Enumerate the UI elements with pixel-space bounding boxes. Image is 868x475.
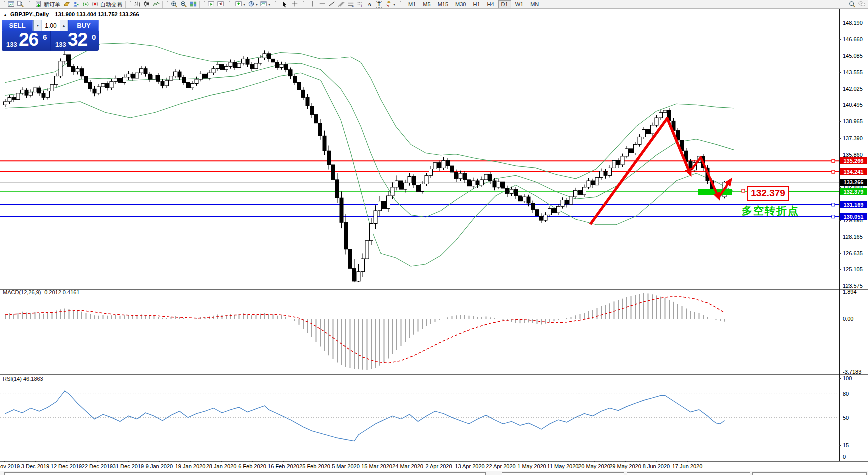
rsi-tick: 80: [843, 391, 849, 397]
bid-price-button[interactable]: 133 26 6: [2, 31, 50, 51]
date-tick[interactable]: 20 May 2020: [578, 463, 610, 469]
date-tick[interactable]: 22 Dec 2019: [82, 463, 113, 469]
date-tick[interactable]: 3 Dec 2019: [21, 463, 49, 469]
volume-input[interactable]: 1.00: [42, 20, 60, 31]
macd-signal-line: [5, 297, 725, 363]
taskbar-segment[interactable]: [502, 472, 624, 475]
rsi-label: RSI(14) 46.1863: [3, 376, 43, 382]
macd-label: MACD(12,26,9) -0.2012 0.4161: [3, 289, 80, 295]
ask-price-big: 32: [68, 29, 87, 50]
price-tick: 125.105: [843, 266, 863, 272]
volume-stepper: ▼ 1.00 ▲: [33, 20, 68, 31]
price-callout-text: 132.379: [751, 188, 785, 199]
date-tick[interactable]: 28 Jan 2020: [206, 463, 237, 469]
price-tick: 123.575: [843, 283, 863, 289]
price-tick: 126.635: [843, 250, 863, 256]
callout-anchor: [742, 189, 745, 192]
ask-price-button[interactable]: 133 32 0: [51, 31, 99, 51]
date-tick[interactable]: 29 May 2020: [609, 463, 641, 469]
price-tick: 142.025: [843, 86, 863, 92]
macd-rsi-separator[interactable]: [0, 374, 868, 376]
macd-histogram: [5, 293, 725, 370]
date-tick[interactable]: 22 Apr 2020: [486, 463, 515, 469]
rsi-tick: 50: [843, 415, 849, 421]
date-tick[interactable]: 9 Jan 2020: [146, 463, 173, 469]
price-badge-131.169: 131.169: [840, 201, 867, 208]
rsi-tick: 0: [843, 454, 846, 460]
price-tick: 145.085: [843, 53, 863, 59]
main-macd-separator[interactable]: [0, 288, 868, 290]
turning-point-note[interactable]: 多空转折点: [742, 204, 799, 218]
date-tick[interactable]: 15 Mar 2020: [361, 463, 392, 469]
date-tick[interactable]: 6 Feb 2020: [238, 463, 266, 469]
bollinger-upper: [5, 43, 734, 178]
date-tick[interactable]: 24 Nov 2019: [0, 463, 20, 469]
macd-tick: 1.894: [843, 289, 857, 295]
date-tick[interactable]: 13 Apr 2020: [455, 463, 484, 469]
bid-price-prefix: 133: [6, 41, 17, 48]
price-tick: 138.965: [843, 118, 863, 124]
taskbar-segment[interactable]: [752, 472, 867, 475]
date-tick[interactable]: 8 Jun 2020: [643, 463, 670, 469]
macd-tick: 0.00: [843, 316, 853, 322]
mt4-terminal-window: 新订单自动交易▾▾▾EFAT▾M1M5M15M30H1H4D1W1MN ▲ GB…: [0, 0, 868, 475]
price-tick: 135.860: [843, 152, 863, 158]
rsi-tick: 100: [843, 375, 852, 381]
date-tick[interactable]: 16 Feb 2020: [268, 463, 299, 469]
taskbar-segment[interactable]: [627, 472, 750, 475]
taskbar-segment[interactable]: [4, 472, 486, 475]
date-tick[interactable]: 11 May 2020: [547, 463, 579, 469]
price-axis-border: [839, 9, 840, 461]
price-tick: 148.190: [843, 20, 863, 26]
date-tick[interactable]: 19 Jan 2020: [175, 463, 206, 469]
date-tick[interactable]: 24 Mar 2020: [392, 463, 423, 469]
price-badge-132.379: 132.379: [840, 188, 867, 195]
rsi-tick: 15: [843, 442, 849, 448]
date-tick[interactable]: 1 May 2020: [517, 463, 546, 469]
date-tick[interactable]: 31 Dec 2019: [113, 463, 144, 469]
bid-price-big: 26: [19, 29, 38, 50]
date-tick[interactable]: 25 Feb 2020: [299, 463, 330, 469]
price-tick: 146.660: [843, 36, 863, 42]
rsi-line: [5, 391, 725, 441]
ask-price-prefix: 133: [55, 41, 66, 48]
price-badge-130.051: 130.051: [840, 213, 867, 220]
bollinger-middle: [5, 63, 734, 217]
rsi-dates-separator: [0, 460, 868, 462]
ask-price-sup: 0: [92, 33, 96, 41]
date-tick[interactable]: 5 Mar 2020: [332, 463, 360, 469]
price-tick: 143.555: [843, 69, 863, 75]
one-click-trading-panel: SELL ▼ 1.00 ▲ BUY 133 26 6 133 32 0: [2, 20, 99, 51]
price-tick: 137.390: [843, 135, 863, 141]
bid-price-sup: 6: [43, 33, 47, 41]
chart-canvas[interactable]: [0, 0, 868, 475]
taskbar-strip: [0, 471, 868, 475]
date-tick[interactable]: 2 Apr 2020: [425, 463, 452, 469]
price-tick: 128.165: [843, 234, 863, 240]
date-tick[interactable]: 12 Dec 2019: [51, 463, 82, 469]
price-tick: 140.495: [843, 102, 863, 108]
price-badge-133.266: 133.266: [840, 179, 867, 186]
price-badge-135.266: 135.266: [840, 157, 867, 164]
price-badge-134.241: 134.241: [840, 168, 867, 175]
price-callout-box[interactable]: 132.379: [747, 186, 789, 201]
volume-increase-button[interactable]: ▲: [60, 20, 68, 31]
macd-tick: -3.7183: [843, 369, 861, 375]
date-tick[interactable]: 17 Jun 2020: [672, 463, 703, 469]
